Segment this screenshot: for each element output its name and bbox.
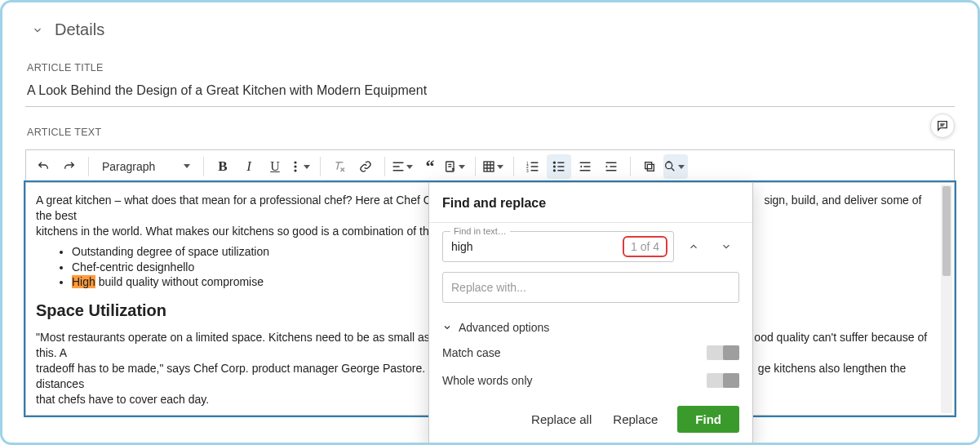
svg-text:3: 3 [526, 169, 529, 172]
svg-point-22 [553, 169, 556, 171]
replace-button[interactable]: Replace [611, 409, 659, 429]
insert-icon [444, 160, 457, 173]
paragraph-style-select[interactable]: Paragraph [95, 154, 197, 179]
whole-words-row: Whole words only [429, 367, 752, 394]
more-formatting-button[interactable] [289, 154, 313, 179]
find-input-label: Find in text… [450, 226, 510, 236]
chevron-down-icon [721, 241, 732, 252]
match-case-row: Match case [429, 339, 752, 367]
svg-rect-32 [647, 164, 654, 171]
svg-point-21 [553, 165, 556, 167]
table-icon [482, 160, 495, 173]
details-label: Details [55, 20, 104, 39]
toolbar-separator [475, 157, 476, 176]
redo-icon [63, 160, 76, 173]
svg-point-20 [553, 161, 556, 163]
italic-icon: I [246, 158, 251, 175]
text: "Most restaurants operate on a limited s… [36, 331, 437, 344]
whole-words-toggle[interactable] [707, 373, 739, 388]
text: tradeoff has to be made," says Chef Corp… [36, 362, 446, 375]
align-icon [392, 161, 405, 172]
details-section-header[interactable]: Details [32, 20, 955, 39]
paragraph-style-value: Paragraph [102, 160, 155, 173]
blockquote-button[interactable]: “ [418, 154, 442, 179]
comment-button[interactable] [930, 113, 955, 138]
indent-button[interactable] [599, 154, 623, 179]
rich-text-editor: Paragraph B I U “ [25, 149, 955, 416]
copy-button[interactable] [637, 154, 662, 179]
article-title-label: ARTICLE TITLE [27, 62, 955, 73]
unordered-list-icon [552, 161, 565, 172]
svg-point-3 [294, 165, 296, 167]
undo-button[interactable] [31, 154, 55, 179]
find-prev-button[interactable] [681, 234, 707, 260]
ordered-list-icon: 123 [526, 161, 539, 172]
scrollbar-thumb[interactable] [942, 186, 951, 276]
find-button[interactable]: Find [677, 406, 739, 433]
ordered-list-button[interactable]: 123 [521, 154, 545, 179]
chevron-down-icon [32, 24, 43, 36]
replace-input[interactable] [442, 272, 739, 303]
insert-object-button[interactable] [444, 154, 468, 179]
undo-icon [37, 160, 50, 173]
text: that chefs have to cover each day. [36, 393, 209, 406]
toolbar-separator [630, 157, 631, 176]
svg-point-2 [294, 161, 296, 163]
clear-formatting-button[interactable] [327, 154, 352, 179]
svg-line-35 [672, 168, 674, 171]
underline-button[interactable]: U [263, 154, 287, 179]
chevron-up-icon [688, 241, 699, 252]
match-case-toggle[interactable] [707, 345, 739, 360]
link-button[interactable] [353, 154, 378, 179]
indent-icon [605, 161, 618, 172]
advanced-options-toggle[interactable]: Advanced options [429, 316, 752, 339]
bold-button[interactable]: B [211, 154, 235, 179]
svg-rect-33 [645, 162, 652, 168]
toolbar-separator [384, 157, 385, 176]
advanced-options-label: Advanced options [459, 321, 549, 334]
clear-format-icon [332, 160, 347, 173]
article-title-input[interactable] [25, 80, 955, 107]
link-icon [359, 160, 372, 173]
redo-button[interactable] [57, 154, 82, 179]
toolbar-separator [88, 157, 89, 176]
comment-icon [936, 119, 949, 132]
outdent-button[interactable] [573, 154, 597, 179]
copy-icon [643, 160, 656, 173]
italic-button[interactable]: I [237, 154, 261, 179]
unordered-list-button[interactable] [547, 154, 571, 179]
svg-point-34 [666, 162, 672, 168]
whole-words-label: Whole words only [442, 374, 533, 387]
article-text-label: ARTICLE TEXT [27, 127, 101, 138]
align-button[interactable] [392, 154, 416, 179]
find-next-button[interactable] [713, 234, 739, 260]
vertical-scrollbar[interactable] [941, 185, 952, 413]
table-button[interactable] [482, 154, 507, 179]
underline-icon: U [270, 159, 280, 174]
editor-toolbar: Paragraph B I U “ [25, 149, 955, 182]
text: A great kitchen – what does that mean fo… [36, 194, 438, 207]
toolbar-separator [320, 157, 321, 176]
replace-all-button[interactable]: Replace all [530, 409, 593, 429]
find-replace-panel: Find and replace Find in text… 1 of 4 [428, 182, 753, 445]
toolbar-separator [513, 157, 514, 176]
svg-rect-9 [484, 162, 494, 171]
search-highlight: High [72, 275, 95, 288]
bold-icon: B [218, 158, 227, 175]
chevron-down-icon [442, 323, 452, 332]
svg-point-4 [294, 169, 296, 171]
match-case-label: Match case [442, 346, 501, 359]
more-vertical-icon [294, 161, 297, 172]
outdent-icon [579, 161, 592, 172]
find-replace-icon [663, 160, 676, 173]
text: kitchens in the world. What makes our ki… [36, 225, 435, 238]
quote-icon: “ [426, 163, 435, 170]
find-replace-button[interactable] [663, 154, 688, 179]
find-replace-title: Find and replace [429, 183, 752, 223]
find-result-count: 1 of 4 [623, 236, 667, 257]
toolbar-separator [203, 157, 204, 176]
